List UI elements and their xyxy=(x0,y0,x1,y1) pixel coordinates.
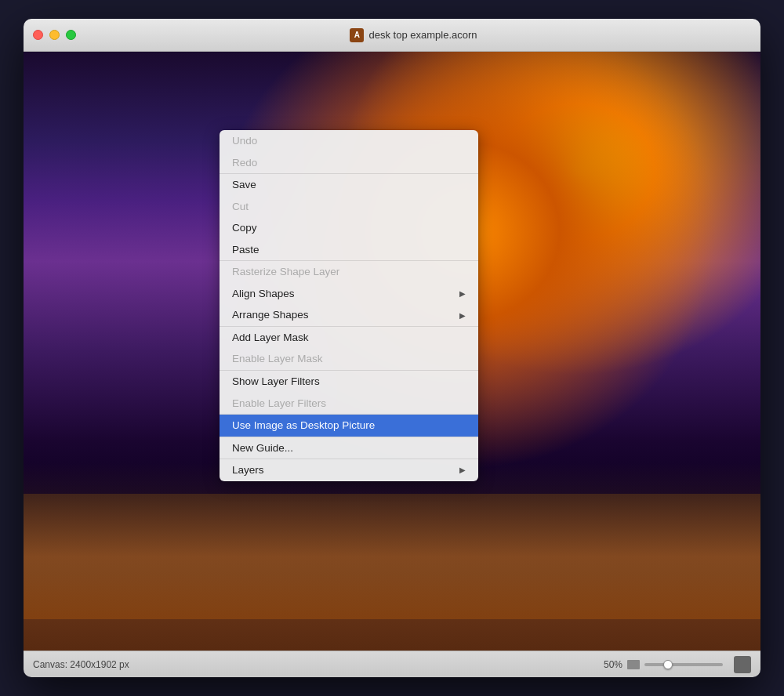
menu-item-enable-layer-filters[interactable]: Enable Layer Filters xyxy=(220,393,478,415)
menu-section-guide: New Guide... xyxy=(220,437,478,460)
zoom-area: 50% xyxy=(604,656,751,673)
submenu-arrow-align: ▶ xyxy=(459,288,466,299)
zoom-slider-thumb[interactable] xyxy=(663,660,673,669)
app-window: A desk top example.acorn Undo Redo Save xyxy=(24,19,760,677)
menu-section-undo-redo: Undo Redo xyxy=(220,130,478,174)
zoom-percent: 50% xyxy=(604,659,622,670)
titlebar: A desk top example.acorn xyxy=(24,19,760,52)
submenu-arrow-layers: ▶ xyxy=(459,465,466,475)
menu-item-align-shapes[interactable]: Align Shapes ▶ xyxy=(220,283,478,305)
menu-item-new-guide[interactable]: New Guide... xyxy=(220,437,478,459)
canvas-info: Canvas: 2400x1902 px xyxy=(33,659,129,670)
statusbar: Canvas: 2400x1902 px 50% xyxy=(24,651,760,677)
traffic-lights xyxy=(33,30,76,40)
menu-item-save[interactable]: Save xyxy=(220,174,478,196)
menu-section-layers: Layers ▶ xyxy=(220,459,478,481)
profile-icon xyxy=(734,656,751,673)
title-area: A desk top example.acorn xyxy=(76,28,751,42)
menu-item-rasterize[interactable]: Rasterize Shape Layer xyxy=(220,261,478,283)
menu-item-layers[interactable]: Layers ▶ xyxy=(220,459,478,481)
minimize-button[interactable] xyxy=(49,30,60,40)
menu-item-add-layer-mask[interactable]: Add Layer Mask xyxy=(220,327,478,349)
menu-item-undo[interactable]: Undo xyxy=(220,130,478,152)
menu-item-cut[interactable]: Cut xyxy=(220,196,478,218)
menu-item-use-desktop-picture[interactable]: Use Image as Desktop Picture xyxy=(220,415,478,437)
menu-item-enable-layer-mask[interactable]: Enable Layer Mask xyxy=(220,348,478,370)
menu-item-show-layer-filters[interactable]: Show Layer Filters xyxy=(220,371,478,393)
menu-section-shapes: Rasterize Shape Layer Align Shapes ▶ Arr… xyxy=(220,261,478,327)
submenu-arrow-arrange: ▶ xyxy=(459,310,466,321)
canvas-area[interactable]: Undo Redo Save Cut Copy Paste xyxy=(24,52,760,651)
menu-section-clipboard: Save Cut Copy Paste xyxy=(220,174,478,261)
menu-section-layer-mask: Add Layer Mask Enable Layer Mask xyxy=(220,327,478,371)
close-button[interactable] xyxy=(33,30,43,40)
menu-section-layer-filters: Show Layer Filters Enable Layer Filters xyxy=(220,371,478,415)
menu-item-paste[interactable]: Paste xyxy=(220,239,478,261)
zoom-icon xyxy=(627,660,640,669)
context-menu: Undo Redo Save Cut Copy Paste xyxy=(220,130,478,481)
maximize-button[interactable] xyxy=(66,30,76,40)
window-title: desk top example.acorn xyxy=(368,29,477,41)
menu-item-copy[interactable]: Copy xyxy=(220,217,478,239)
app-icon: A xyxy=(350,28,364,42)
menu-item-arrange-shapes[interactable]: Arrange Shapes ▶ xyxy=(220,304,478,326)
menu-item-redo[interactable]: Redo xyxy=(220,152,478,174)
menu-section-desktop: Use Image as Desktop Picture xyxy=(220,415,478,437)
zoom-slider[interactable] xyxy=(644,663,723,666)
